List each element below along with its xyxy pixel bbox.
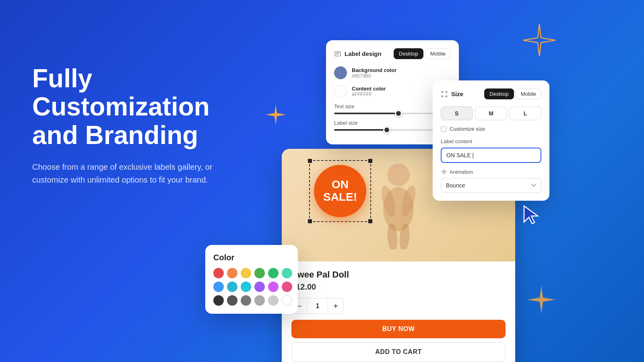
- background-color-label: Background color: [352, 67, 396, 73]
- customize-size-row: Customize size: [441, 126, 541, 132]
- size-panel-title: Size: [441, 90, 463, 98]
- color-dot-12[interactable]: [213, 295, 224, 306]
- on-sale-line2: SALE!: [323, 191, 357, 204]
- qty-value: 1: [308, 298, 328, 314]
- background-color-swatch[interactable]: [334, 66, 347, 79]
- color-panel: Color: [205, 245, 298, 314]
- animation-section: Animation Bounce None Pulse Shake Spin: [441, 169, 541, 193]
- animation-icon: [441, 169, 447, 175]
- color-dot-0[interactable]: [213, 268, 224, 278]
- label-content-section: Label content: [441, 138, 541, 163]
- cursor-icon: [523, 205, 539, 225]
- animation-select[interactable]: Bounce None Pulse Shake Spin: [441, 178, 541, 193]
- size-view-toggle[interactable]: Desktop Mobile: [484, 88, 541, 99]
- star-decoration-mid: [266, 105, 286, 125]
- color-dot-5[interactable]: [282, 268, 292, 278]
- label-content-input[interactable]: [441, 148, 541, 163]
- color-dot-16[interactable]: [268, 295, 279, 306]
- quantity-row: − 1 +: [291, 298, 506, 314]
- content-color-swatch[interactable]: [334, 85, 347, 98]
- handle-br[interactable]: [368, 219, 372, 223]
- color-dot-15[interactable]: [254, 295, 265, 306]
- buy-now-btn[interactable]: BUY NOW: [291, 320, 506, 338]
- panel-header: Label design Desktop Mobile: [334, 48, 451, 59]
- on-sale-badge: ON SALE!: [314, 165, 366, 217]
- customize-size-label: Customize size: [450, 126, 485, 132]
- color-panel-title: Color: [213, 253, 290, 262]
- handle-tl[interactable]: [308, 159, 312, 163]
- add-to-cart-btn[interactable]: ADD TO CART: [291, 342, 506, 362]
- svg-rect-0: [335, 51, 341, 56]
- color-dot-3[interactable]: [254, 268, 265, 278]
- label-content-label: Label content: [441, 138, 541, 144]
- star-decoration-top: [523, 24, 555, 56]
- color-dot-2[interactable]: [241, 268, 251, 278]
- color-dot-9[interactable]: [254, 282, 265, 292]
- background-color-row: Background color #6579B0: [334, 66, 451, 79]
- desktop-toggle[interactable]: Desktop: [394, 48, 423, 59]
- qty-increase-btn[interactable]: +: [328, 298, 344, 314]
- size-s-btn[interactable]: S: [441, 107, 473, 120]
- color-grid: [213, 268, 290, 306]
- size-panel-header: Size Desktop Mobile: [441, 88, 541, 99]
- size-panel: Size Desktop Mobile S M L Customize size…: [433, 80, 549, 201]
- svg-point-4: [387, 164, 410, 186]
- color-dot-7[interactable]: [227, 282, 237, 292]
- animation-label: Animation: [441, 169, 541, 175]
- color-dot-10[interactable]: [268, 282, 279, 292]
- color-dot-4[interactable]: [268, 268, 279, 278]
- mobile-toggle[interactable]: Mobile: [425, 48, 451, 59]
- on-sale-line1: ON: [332, 179, 349, 191]
- size-desktop-toggle[interactable]: Desktop: [484, 88, 514, 99]
- size-selector[interactable]: S M L: [441, 107, 541, 120]
- color-dot-6[interactable]: [213, 282, 224, 292]
- label-icon: [334, 50, 341, 58]
- star-decoration-bottom: [527, 286, 555, 314]
- color-dot-13[interactable]: [227, 295, 237, 306]
- panel-title: Label design: [334, 50, 382, 58]
- color-dot-14[interactable]: [241, 295, 251, 306]
- color-dot-17[interactable]: [282, 295, 292, 306]
- left-section: Fully Customization and Branding Choose …: [32, 64, 250, 186]
- size-mobile-toggle[interactable]: Mobile: [516, 88, 541, 99]
- resize-icon: [441, 90, 448, 98]
- background-color-hex: #6579B0: [352, 73, 396, 79]
- color-dot-1[interactable]: [227, 268, 237, 278]
- size-m-btn[interactable]: M: [475, 107, 507, 120]
- customize-size-checkbox[interactable]: [441, 126, 446, 132]
- view-toggle[interactable]: Desktop Mobile: [394, 48, 451, 59]
- content-color-hex: #FFFFFF: [352, 92, 386, 97]
- size-l-btn[interactable]: L: [510, 107, 541, 120]
- product-name: Swee Pal Doll: [291, 269, 506, 280]
- product-price: $12.00: [291, 282, 506, 292]
- product-info: Swee Pal Doll $12.00 − 1 + BUY NOW ADD T…: [282, 261, 515, 362]
- product-image: [366, 161, 431, 249]
- color-dot-8[interactable]: [241, 282, 251, 292]
- content-color-label: Content color: [352, 86, 386, 92]
- svg-point-3: [443, 171, 445, 173]
- subtitle: Choose from a range of exclusive labels …: [32, 160, 250, 186]
- handle-tr[interactable]: [368, 159, 372, 163]
- main-title: Fully Customization and Branding: [32, 64, 250, 149]
- handle-bl[interactable]: [308, 219, 312, 223]
- color-dot-11[interactable]: [282, 282, 292, 292]
